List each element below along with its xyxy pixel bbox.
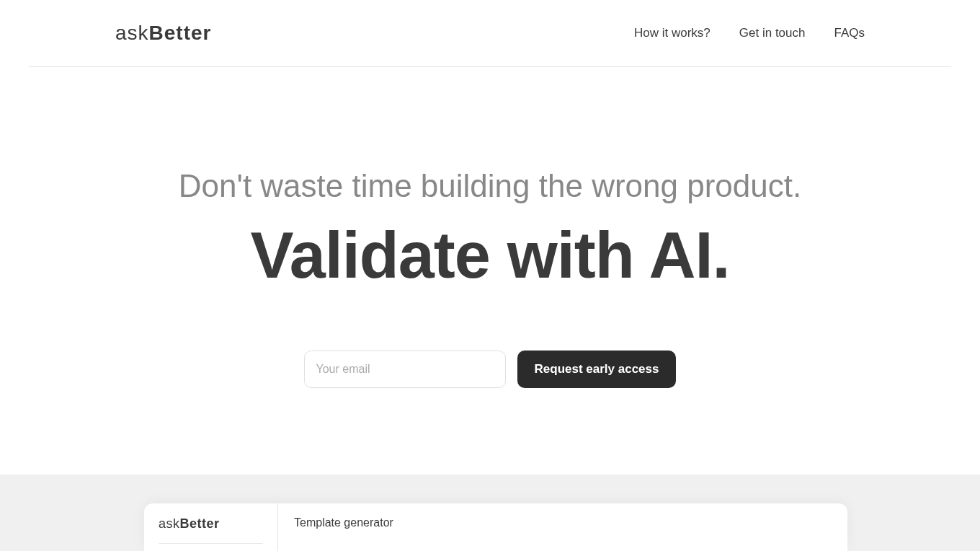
logo-bold-text: Better [149,22,212,44]
bottom-preview-section: askBetter Template generator [0,475,980,551]
nav-how-it-works[interactable]: How it works? [634,26,710,40]
request-access-button[interactable]: Request early access [517,351,677,388]
logo[interactable]: askBetter [115,22,212,45]
app-logo-light-text: ask [159,516,180,531]
app-preview-main-title: Template generator [294,516,832,529]
email-field[interactable] [304,351,506,388]
hero-section: Don't waste time building the wrong prod… [0,67,980,388]
hero-subtitle: Don't waste time building the wrong prod… [0,168,980,204]
cta-form: Request early access [0,351,980,388]
main-nav: How it works? Get in touch FAQs [634,26,865,40]
app-preview-sidebar: askBetter [144,503,278,551]
nav-faqs[interactable]: FAQs [834,26,865,40]
app-preview-window: askBetter Template generator [144,503,847,551]
logo-light-text: ask [115,22,149,44]
nav-get-in-touch[interactable]: Get in touch [739,26,806,40]
sidebar-item-placeholder [159,543,263,544]
header: askBetter How it works? Get in touch FAQ… [29,0,951,67]
hero-title: Validate with AI. [0,219,980,293]
app-logo-bold-text: Better [180,516,220,531]
app-preview-logo: askBetter [159,516,263,532]
app-preview-main: Template generator [278,503,847,551]
